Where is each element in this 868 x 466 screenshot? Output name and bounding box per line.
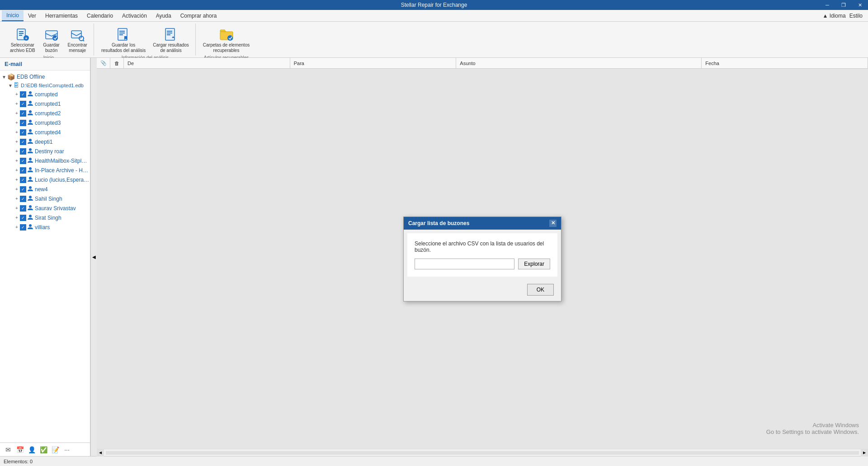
- tree-user-11[interactable]: +Sahil Singh: [0, 194, 90, 203]
- tree-user-9[interactable]: +Lucio (lucius,Esperanto): [0, 175, 90, 184]
- svg-rect-14: [119, 34, 123, 35]
- ribbon-btn-guardar[interactable]: Guardarbuzón: [40, 25, 63, 55]
- dialog-input-row: Explorar: [415, 259, 550, 269]
- col-header-subject[interactable]: Asunto: [456, 58, 702, 68]
- user-icon-2: [27, 109, 33, 117]
- sidebar-collapse-button[interactable]: ◀: [90, 58, 97, 456]
- footer-tasks-icon[interactable]: ✅: [39, 445, 48, 454]
- expander-user-3: +: [14, 120, 20, 125]
- ribbon-btn-carpetas-label: Carpetas de elementosrecuperables: [203, 42, 250, 53]
- idioma-button[interactable]: ▲ Idioma: [822, 13, 845, 19]
- dialog-browse-button[interactable]: Explorar: [518, 259, 550, 269]
- ribbon-btn-guardar-resultados[interactable]: Guardar losresultados del análisis: [99, 25, 148, 55]
- checkbox-user-5[interactable]: [20, 139, 26, 145]
- checkbox-user-11[interactable]: [20, 196, 26, 202]
- menu-herramientas[interactable]: Herramientas: [41, 11, 82, 21]
- checkbox-user-7[interactable]: [20, 158, 26, 164]
- menu-inicio[interactable]: Inicio: [2, 10, 24, 21]
- dialog-titlebar: Cargar lista de buzones ✕: [404, 217, 561, 230]
- checkbox-user-2[interactable]: [20, 110, 26, 117]
- expander-user-2: +: [14, 111, 20, 116]
- svg-point-35: [29, 224, 32, 227]
- tree-user-8[interactable]: +In-Place Archive - HealthMai: [0, 165, 90, 175]
- svg-rect-18: [167, 34, 170, 35]
- ribbon-btn-guardar-resultados-label: Guardar losresultados del análisis: [101, 42, 146, 53]
- checkbox-user-1[interactable]: [20, 101, 26, 107]
- checkbox-user-4[interactable]: [20, 129, 26, 136]
- checkbox-user-10[interactable]: [20, 186, 26, 193]
- footer-contacts-icon[interactable]: 👤: [27, 445, 36, 454]
- tree-user-1[interactable]: +corrupted1: [0, 99, 90, 108]
- ribbon-btn-encontrar[interactable]: Encontrarmensaje: [65, 25, 90, 55]
- dialog-csv-input[interactable]: [415, 259, 514, 269]
- tree-edb-file-label: D:\EDB files\Corrupted1.edb: [21, 83, 84, 88]
- minimize-button[interactable]: ─: [819, 0, 835, 10]
- dialog-close-button[interactable]: ✕: [549, 220, 557, 227]
- dialog-ok-button[interactable]: OK: [527, 284, 554, 296]
- menu-calendario[interactable]: Calendario: [82, 11, 118, 21]
- checkbox-user-0[interactable]: [20, 91, 26, 98]
- checkbox-user-14[interactable]: [20, 224, 26, 231]
- ribbon-btn-seleccionar[interactable]: + Seleccionararchivo EDB: [7, 25, 38, 55]
- tree-user-12[interactable]: +Saurav Srivastav: [0, 203, 90, 213]
- footer-more-icon[interactable]: ···: [62, 445, 71, 454]
- ribbon-btn-seleccionar-label: Seleccionararchivo EDB: [10, 42, 35, 53]
- svg-point-7: [52, 35, 58, 41]
- col-header-date[interactable]: Fecha: [702, 58, 868, 68]
- estilo-button[interactable]: Estilo: [849, 13, 863, 19]
- tree-user-3[interactable]: +corrupted3: [0, 118, 90, 127]
- tree-user-14[interactable]: +villiars: [0, 222, 90, 232]
- tree-user-label-10: new4: [35, 186, 48, 193]
- menu-comprar[interactable]: Comprar ahora: [176, 11, 222, 21]
- checkbox-user-12[interactable]: [20, 205, 26, 212]
- svg-point-24: [29, 120, 32, 122]
- tree-user-label-13: Sirat Singh: [35, 215, 61, 221]
- save-analysis-icon: [116, 27, 131, 42]
- menu-ver[interactable]: Ver: [24, 11, 41, 21]
- tree-user-5[interactable]: +deepti1: [0, 137, 90, 146]
- ribbon-btn-carpetas[interactable]: Carpetas de elementosrecuperables: [200, 25, 252, 55]
- menu-activacion[interactable]: Activación: [118, 11, 151, 21]
- tree-user-2[interactable]: +corrupted2: [0, 108, 90, 118]
- scroll-right-button[interactable]: ▶: [861, 449, 868, 457]
- user-icon-1: [27, 100, 33, 108]
- sidebar-footer: ✉ 📅 👤 ✅ 📝 ···: [0, 442, 90, 456]
- restore-button[interactable]: ❐: [835, 0, 852, 10]
- menu-ayuda[interactable]: Ayuda: [151, 11, 176, 21]
- horizontal-scrollbar[interactable]: ◀ ▶: [97, 449, 868, 456]
- checkbox-user-3[interactable]: [20, 120, 26, 126]
- load-analysis-icon: [164, 27, 178, 42]
- tree-user-7[interactable]: +HealthMailbox-SitplMail-Co: [0, 156, 90, 165]
- col-header-from[interactable]: De: [124, 58, 290, 68]
- sidebar: E-mail ▼ 📦 EDB Offline ▼ 🗄 D:\EDB files\…: [0, 58, 90, 456]
- dialog-description: Seleccione el archivo CSV con la lista d…: [415, 240, 550, 253]
- expander-user-11: +: [14, 196, 20, 201]
- ribbon-group-recuperables: Carpetas de elementosrecuperables Artícu…: [197, 24, 256, 56]
- user-icon-4: [27, 128, 33, 136]
- checkbox-user-9[interactable]: [20, 177, 26, 183]
- tree-edb-file[interactable]: ▼ 🗄 D:\EDB files\Corrupted1.edb: [0, 81, 90, 89]
- tree-user-4[interactable]: +corrupted4: [0, 127, 90, 137]
- checkbox-user-13[interactable]: [20, 215, 26, 221]
- col-header-to[interactable]: Para: [290, 58, 457, 68]
- tree-user-10[interactable]: +new4: [0, 184, 90, 194]
- close-button[interactable]: ✕: [852, 0, 868, 10]
- footer-calendar-icon[interactable]: 📅: [15, 445, 24, 454]
- dialog-body: Seleccione el archivo CSV con la lista d…: [407, 233, 557, 277]
- scroll-left-button[interactable]: ◀: [97, 449, 104, 457]
- svg-point-22: [29, 101, 32, 104]
- svg-point-29: [29, 167, 32, 170]
- checkbox-user-6[interactable]: [20, 148, 26, 155]
- ribbon-btn-cargar-resultados[interactable]: Cargar resultadosde análisis: [150, 25, 191, 55]
- tree-user-13[interactable]: +Sirat Singh: [0, 213, 90, 222]
- user-icon-9: [27, 176, 33, 184]
- footer-email-icon[interactable]: ✉: [4, 445, 13, 454]
- svg-rect-12: [119, 31, 125, 32]
- footer-notes-icon[interactable]: 📝: [51, 445, 60, 454]
- tree-user-label-7: HealthMailbox-SitplMail-Co: [35, 158, 90, 164]
- tree-user-0[interactable]: +corrupted: [0, 89, 90, 99]
- checkbox-user-8[interactable]: [20, 167, 26, 174]
- tree-user-6[interactable]: +Destiny roar: [0, 146, 90, 156]
- tree-user-label-5: deepti1: [35, 139, 52, 145]
- tree-root-edb-offline[interactable]: ▼ 📦 EDB Offline: [0, 72, 90, 81]
